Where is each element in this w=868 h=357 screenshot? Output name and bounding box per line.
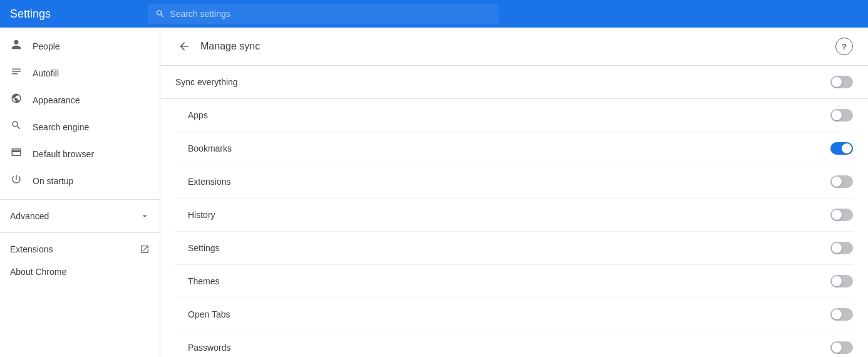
help-button[interactable]: ? [835,38,853,55]
sidebar-item-appearance[interactable]: Appearance [0,86,155,113]
on-startup-icon [10,173,23,188]
sidebar-advanced[interactable]: Advanced [0,205,160,227]
sync-settings-toggle[interactable] [830,242,853,254]
toggle-thumb [832,110,842,120]
panel-title: Manage sync [200,41,260,52]
chevron-down-icon [140,211,150,221]
help-icon: ? [842,42,847,51]
sync-everything-toggle[interactable] [830,76,853,88]
sync-open-tabs-toggle[interactable] [830,308,853,321]
sync-passwords-label: Passwords [175,343,230,353]
sync-extensions-label: Extensions [175,177,230,187]
sidebar-item-on-startup-label: On startup [33,176,73,186]
sync-items-section: Apps Bookmarks Extensions [160,99,868,357]
search-bar [148,4,499,24]
toggle-thumb [832,343,842,353]
sync-row-bookmarks: Bookmarks [175,132,853,165]
search-engine-icon [10,120,23,134]
panel-header: Manage sync ? [160,28,868,66]
sidebar-item-search-engine[interactable]: Search engine [0,113,155,140]
toggle-thumb [832,210,842,220]
sync-history-label: History [175,210,215,220]
sync-everything-label: Sync everything [175,77,238,87]
sync-row-settings: Settings [175,232,853,265]
sync-bookmarks-label: Bookmarks [175,143,232,153]
sidebar-advanced-label: Advanced [10,211,49,221]
search-input[interactable] [170,9,491,19]
sync-open-tabs-label: Open Tabs [175,309,230,319]
autofill-icon [10,66,23,80]
sidebar-about-chrome[interactable]: About Chrome [0,261,155,283]
sync-everything-thumb [832,77,842,87]
sync-row-history: History [175,199,853,232]
toggle-thumb [832,177,842,187]
sync-passwords-toggle[interactable] [830,341,853,354]
sync-row-passwords: Passwords [175,331,853,357]
toggle-thumb [832,243,842,253]
back-button[interactable] [175,38,193,55]
app-header: Settings [0,0,868,28]
main-layout: People Autofill Appearance Search engine… [0,28,868,357]
sidebar-item-default-browser[interactable]: Default browser [0,140,155,167]
sidebar-item-people-label: People [33,41,60,51]
toggle-thumb [832,309,842,319]
sidebar-extensions[interactable]: Extensions [0,238,160,261]
toggle-thumb [842,143,852,153]
toggle-thumb [832,276,842,286]
sync-history-toggle[interactable] [830,209,853,221]
sidebar-divider [0,199,160,200]
sync-themes-label: Themes [175,276,220,286]
sync-themes-toggle[interactable] [830,275,853,287]
app-title: Settings [10,8,135,21]
sidebar-extensions-label: Extensions [10,244,53,254]
person-icon [10,39,23,53]
sync-bookmarks-toggle[interactable] [830,142,853,155]
sidebar-divider-2 [0,232,160,233]
sidebar-item-on-startup[interactable]: On startup [0,167,155,194]
sidebar-item-default-browser-label: Default browser [33,149,94,159]
default-browser-icon [10,147,23,161]
sync-row-apps: Apps [175,99,853,132]
sync-apps-label: Apps [175,110,208,120]
search-icon [155,9,165,19]
sidebar-item-search-engine-label: Search engine [33,122,89,132]
sidebar: People Autofill Appearance Search engine… [0,28,160,357]
sync-row-themes: Themes [175,265,853,298]
sync-row-open-tabs: Open Tabs [175,298,853,331]
sync-extensions-toggle[interactable] [830,175,853,188]
panel-header-left: Manage sync [175,38,260,55]
appearance-icon [10,93,23,107]
sidebar-item-people[interactable]: People [0,33,155,59]
sidebar-item-autofill-label: Autofill [33,68,59,78]
manage-sync-panel: Manage sync ? Sync everything Apps [160,28,868,357]
content-area: Manage sync ? Sync everything Apps [160,28,868,357]
sync-row-extensions: Extensions [175,165,853,199]
sync-settings-label: Settings [175,243,220,253]
sync-apps-toggle[interactable] [830,109,853,122]
sidebar-about-chrome-label: About Chrome [10,267,66,277]
sidebar-item-appearance-label: Appearance [33,95,80,105]
external-link-icon [140,244,150,254]
sidebar-item-autofill[interactable]: Autofill [0,59,155,86]
sync-everything-row: Sync everything [160,66,868,99]
